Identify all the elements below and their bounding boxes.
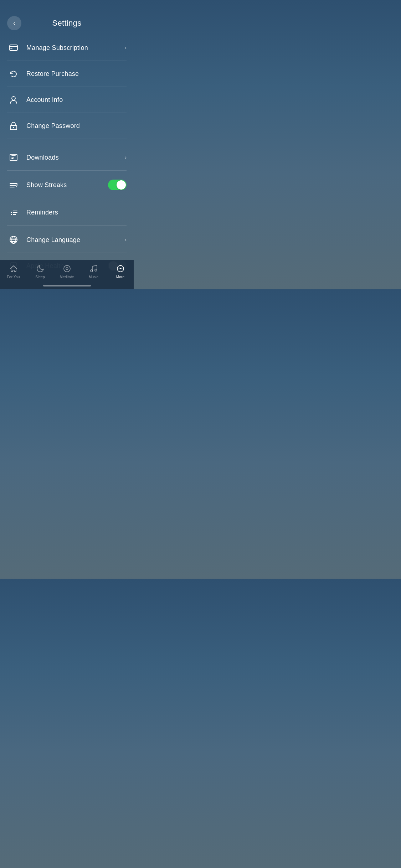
page-title: Settings	[52, 19, 82, 28]
settings-list: Manage Subscription › Restore Purchase A…	[0, 35, 134, 279]
svg-point-26	[95, 269, 97, 271]
person-icon	[7, 93, 20, 106]
change-language-label: Change Language	[26, 236, 125, 244]
tab-meditate[interactable]: Meditate	[53, 264, 80, 279]
home-icon	[9, 264, 19, 274]
settings-item-downloads[interactable]: Downloads ›	[7, 145, 127, 171]
show-streaks-label: Show Streaks	[26, 181, 108, 189]
settings-item-change-password[interactable]: Change Password	[7, 113, 127, 139]
chevron-right-icon: ›	[125, 45, 127, 51]
tab-more[interactable]: More	[107, 264, 134, 279]
back-arrow-icon: ‹	[13, 20, 15, 26]
music-icon	[89, 264, 99, 274]
header: ‹ Settings	[0, 16, 134, 35]
tab-for-you[interactable]: For You	[0, 264, 27, 279]
settings-item-change-language[interactable]: Change Language ›	[7, 227, 127, 253]
toggle-knob	[117, 180, 126, 190]
globe-icon	[7, 233, 20, 246]
restore-purchase-label: Restore Purchase	[26, 70, 127, 78]
svg-point-23	[64, 265, 70, 272]
svg-point-24	[66, 268, 68, 270]
status-bar	[0, 0, 134, 16]
manage-subscription-label: Manage Subscription	[26, 44, 125, 52]
svg-point-25	[91, 270, 93, 272]
lock-icon	[7, 119, 20, 132]
chevron-right-icon: ›	[125, 154, 127, 161]
streaks-icon	[7, 179, 20, 191]
home-indicator	[43, 285, 91, 286]
tab-sleep-label: Sleep	[35, 275, 45, 279]
svg-point-5	[13, 127, 14, 128]
download-icon	[7, 151, 20, 164]
settings-item-account-info[interactable]: Account Info	[7, 87, 127, 113]
settings-item-manage-subscription[interactable]: Manage Subscription ›	[7, 35, 127, 61]
more-icon	[115, 264, 125, 274]
reminders-label: Reminders	[26, 209, 127, 216]
tab-sleep[interactable]: Sleep	[27, 264, 53, 279]
show-streaks-toggle[interactable]	[108, 180, 127, 190]
moon-icon	[35, 264, 45, 274]
back-button[interactable]: ‹	[7, 16, 21, 30]
tab-music-label: Music	[89, 275, 98, 279]
svg-rect-6	[10, 154, 17, 161]
tab-music[interactable]: Music	[80, 264, 107, 279]
svg-rect-0	[10, 45, 17, 51]
restore-icon	[7, 67, 20, 80]
tab-for-you-label: For You	[7, 275, 20, 279]
chevron-right-icon: ›	[125, 237, 127, 243]
reminders-icon	[7, 206, 20, 219]
svg-point-16	[11, 214, 12, 215]
svg-point-3	[12, 97, 15, 100]
tab-more-label: More	[116, 275, 125, 279]
circle-dot-icon	[62, 264, 72, 274]
svg-point-13	[11, 212, 12, 213]
credit-card-icon	[7, 41, 20, 54]
settings-item-reminders[interactable]: Reminders	[7, 200, 127, 226]
tab-meditate-label: Meditate	[60, 275, 74, 279]
settings-item-restore-purchase[interactable]: Restore Purchase	[7, 61, 127, 87]
change-password-label: Change Password	[26, 122, 127, 130]
settings-item-show-streaks[interactable]: Show Streaks	[7, 172, 127, 198]
account-info-label: Account Info	[26, 96, 127, 104]
downloads-label: Downloads	[26, 154, 125, 161]
